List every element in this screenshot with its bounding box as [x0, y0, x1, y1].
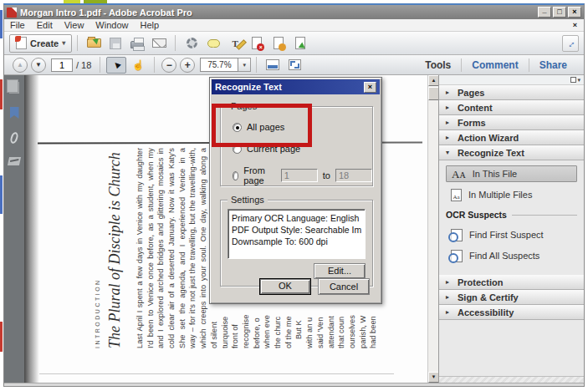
scan-shadow [24, 75, 39, 383]
vertical-scrollbar[interactable]: ▲ ▼ [427, 75, 438, 383]
comment-tab[interactable]: Comment [462, 59, 528, 71]
sticky-note-button[interactable] [204, 34, 222, 52]
in-this-file-item[interactable]: AA In This File [446, 165, 577, 182]
page-total-label: / 18 [76, 60, 91, 70]
toolbar-separator [154, 57, 155, 73]
settings-button[interactable] [182, 34, 201, 52]
item-label: In This File [473, 169, 518, 179]
minimize-button[interactable]: _ [538, 7, 551, 18]
desktop-artifact [0, 79, 3, 109]
dialog-title-bar[interactable]: Recognize Text × [212, 79, 380, 94]
section-accessibility[interactable]: ▸ Accessibility [439, 305, 584, 320]
panel-options-button[interactable]: ▾ [570, 77, 580, 84]
section-recognize-text[interactable]: ▾ Recognize Text [439, 145, 584, 160]
radio-icon[interactable] [233, 171, 238, 180]
zoom-level-input[interactable]: 75.7% [200, 58, 238, 72]
bookmarks-panel-button[interactable] [10, 107, 19, 119]
panel-header-strip: ▾ [439, 75, 584, 85]
body-line: Last April I spent a few days in Venice … [135, 148, 146, 348]
find-first-suspect-item[interactable]: Find First Suspect [446, 226, 577, 243]
zoom-in-button[interactable]: + [180, 58, 195, 73]
section-forms[interactable]: ▸ Forms [439, 115, 584, 130]
acrobat-logo-icon [7, 8, 17, 18]
open-file-button[interactable] [84, 34, 103, 52]
previous-page-button[interactable]: ▲ [13, 58, 28, 73]
to-page-input[interactable] [335, 169, 372, 182]
delete-page-icon: × [252, 37, 262, 49]
collapsed-arrow-icon: ▸ [446, 134, 453, 141]
section-protection[interactable]: ▸ Protection [439, 275, 584, 290]
create-button-label: Create [30, 38, 59, 48]
signature-icon [8, 157, 21, 165]
section-label: Sign & Certify [458, 292, 519, 302]
printer-icon [130, 41, 144, 48]
hand-tool-button[interactable]: ☝ [128, 57, 148, 74]
tools-panel: ▾ ▸ Pages ▸ Content ▸ Forms ▸ Action Wiz… [438, 75, 584, 383]
page-thumbnails-icon [9, 82, 19, 94]
zoom-dropdown-button[interactable]: ▾ [238, 58, 251, 72]
collapsed-arrow-icon: ▸ [446, 119, 453, 126]
menu-window[interactable]: Window [89, 20, 134, 30]
zoom-out-button[interactable]: − [161, 58, 176, 73]
bookmark-icon [10, 107, 19, 119]
attachments-panel-button[interactable] [11, 132, 18, 144]
fit-page-icon [289, 59, 301, 70]
cancel-button[interactable]: Cancel [318, 278, 370, 295]
customize-toolbar-button[interactable]: ↔ [562, 35, 579, 52]
next-page-button[interactable]: ▼ [31, 58, 46, 73]
maximize-button[interactable]: □ [553, 7, 566, 18]
pages-panel-button[interactable] [9, 82, 19, 94]
share-tab[interactable]: Share [529, 59, 577, 71]
edit-text-button[interactable]: T [226, 34, 244, 52]
extract-pages-button[interactable] [269, 34, 288, 52]
ocr-suspects-header: OCR Suspects [446, 210, 577, 220]
section-content[interactable]: ▸ Content [439, 100, 584, 115]
ocr-suspects-label: OCR Suspects [446, 210, 507, 220]
scrolling-mode-button[interactable] [263, 57, 283, 74]
find-all-suspects-item[interactable]: Find All Suspects [446, 247, 577, 264]
tools-tab[interactable]: Tools [415, 59, 461, 71]
fit-page-button[interactable] [284, 57, 304, 74]
from-page-input[interactable] [281, 169, 318, 182]
item-label: In Multiple Files [468, 190, 532, 200]
menu-view[interactable]: View [59, 20, 90, 30]
section-pages[interactable]: ▸ Pages [439, 85, 584, 100]
find-suspect-icon [451, 250, 463, 262]
panel-empty-area [439, 376, 584, 383]
settings-group-label: Settings [228, 195, 268, 205]
section-label: Protection [458, 277, 503, 287]
page-edge-line [39, 373, 394, 374]
close-button[interactable]: × [568, 7, 581, 18]
from-page-radio[interactable]: From page to [233, 165, 372, 185]
close-document-icon[interactable]: × [573, 21, 577, 29]
envelope-icon [152, 38, 166, 48]
in-multiple-files-item[interactable]: Aa In Multiple Files [446, 186, 577, 203]
toolbar-separator [77, 35, 78, 51]
dialog-close-button[interactable]: × [364, 82, 376, 93]
menu-help[interactable]: Help [134, 20, 165, 30]
ok-button[interactable]: OK [259, 278, 311, 295]
collapsed-arrow-icon: ▸ [446, 89, 453, 96]
save-file-button[interactable] [106, 34, 125, 52]
page-number-input[interactable] [51, 58, 73, 72]
title-bar[interactable]: Morgan Intro 1.pdf - Adobe Acrobat Pro _… [4, 5, 584, 19]
create-button[interactable]: Create ▾ [9, 34, 72, 53]
insert-pages-button[interactable] [291, 34, 309, 52]
print-button[interactable] [128, 34, 146, 52]
menu-bar: File Edit View Window Help × [4, 19, 584, 32]
menu-file[interactable]: File [4, 20, 31, 30]
gear-icon [187, 38, 197, 48]
settings-group: Settings Primary OCR Language: English (… [220, 200, 373, 287]
section-sign-certify[interactable]: ▸ Sign & Certify [439, 290, 584, 305]
signatures-panel-button[interactable] [8, 157, 20, 165]
edit-button[interactable]: Edit... [314, 263, 366, 279]
toolbar-separator [100, 57, 100, 73]
panel-icon [570, 77, 576, 83]
delete-pages-button[interactable]: × [248, 34, 266, 52]
select-tool-button[interactable]: ▶ [106, 57, 126, 74]
section-action-wizard[interactable]: ▸ Action Wizard [439, 130, 584, 145]
email-button[interactable] [150, 34, 168, 52]
navigation-sidebar [4, 75, 24, 383]
expanded-arrow-icon: ▾ [446, 149, 453, 156]
menu-edit[interactable]: Edit [31, 20, 59, 30]
